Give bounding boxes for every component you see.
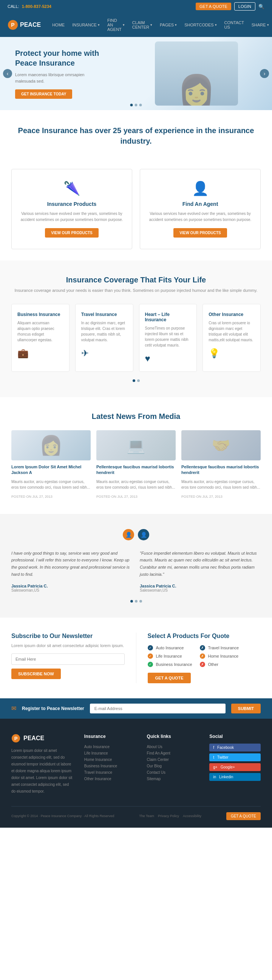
news-card-2-title[interactable]: Pellentesque faucibus maurisd lobortis h… <box>96 464 176 476</box>
social-facebook-button[interactable]: f Facebook <box>209 744 261 751</box>
hero-prev-button[interactable]: ‹ <box>3 69 12 78</box>
footer-link-accessibility[interactable]: Accessibility <box>183 814 202 818</box>
phone-info: CALL: 1-800-837-5234 <box>8 4 51 9</box>
coverage-dots <box>11 379 261 382</box>
search-icon[interactable]: 🔍 <box>258 4 264 10</box>
hero-next-button[interactable]: › <box>260 69 269 78</box>
footer-link-findagent[interactable]: Find An Agent <box>147 750 198 756</box>
nav-item-contact[interactable]: CONTACT US <box>221 15 248 35</box>
testimonial-dots <box>11 600 261 603</box>
person-icon: 👤 <box>148 181 253 196</box>
view-agent-products-button[interactable]: VIEW OUR PRODUCTS <box>173 228 227 237</box>
coverage-subtitle: Insurance coverage around your needs is … <box>11 288 261 293</box>
news-image-1: 👩 <box>11 430 91 460</box>
coverage-dot-2[interactable] <box>137 379 140 382</box>
coverage-travel-title: Travel Insurance <box>81 312 127 317</box>
hero-dot-1[interactable] <box>130 104 133 107</box>
nav-item-shortcodes[interactable]: SHORTCODES▾ <box>181 18 220 32</box>
subscribe-title: Subscribe to Our Newsletter <box>11 633 125 640</box>
subscribe-button[interactable]: SUBSCRIBE NOW <box>11 668 61 679</box>
mail-icon: ✉ <box>11 705 16 712</box>
newsletter-email-input[interactable] <box>90 703 226 713</box>
news-card-1: 👩 Lorem Ipsum Dolor Sit Amet Michel Jack… <box>11 430 91 499</box>
footer-link-travel[interactable]: Travel Insurance <box>84 769 136 776</box>
feature-cards: 🌂 Insurance Products Various services ha… <box>0 169 272 261</box>
quote-option-home[interactable]: ✗ Home Insurance <box>200 654 239 659</box>
footer-link-business[interactable]: Business Insurance <box>84 763 136 769</box>
coverage-card-travel: Travel Insurance In ac dignissim marc, e… <box>75 304 133 372</box>
nav-item-find-agent[interactable]: FIND AN AGENT▾ <box>104 13 128 37</box>
quote-option-life[interactable]: ✓ Life Insurance <box>148 654 192 659</box>
testimonial-1-author: Jassica Patricia C. <box>11 584 132 588</box>
nav-item-insurance[interactable]: INSURANCE▾ <box>68 18 104 32</box>
view-insurance-products-button[interactable]: VIEW OUR PRODUCTS <box>45 228 98 237</box>
hero-section: ‹ Protect your home with Peace Insurance… <box>0 37 272 110</box>
footer-link-about[interactable]: About Us <box>147 744 198 750</box>
footer-social-title: Social <box>209 734 261 739</box>
footer-link-contact[interactable]: Contact Us <box>147 769 198 776</box>
get-quote-button[interactable]: GET A QUOTE <box>148 673 191 683</box>
testimonial-dot-2[interactable] <box>135 600 138 603</box>
footer-grid: P PEACE Lorem ipsum dolor sit amet conse… <box>11 734 261 795</box>
nav-links: HOME INSURANCE▾ FIND AN AGENT▾ CLAIM CEN… <box>48 13 272 37</box>
chevron-down-icon: ▾ <box>150 23 152 27</box>
quote-option-business[interactable]: ✓ Business Insurance <box>148 662 192 667</box>
footer-link-privacy[interactable]: Privacy Policy <box>158 814 179 818</box>
quote-check-travel: ✗ <box>200 645 205 651</box>
testimonial-dot-1[interactable] <box>130 600 133 603</box>
coverage-travel-desc: In ac dignissim marc, eget tristique eli… <box>81 320 127 343</box>
login-button[interactable]: LOGIN <box>234 2 255 11</box>
quote-option-auto[interactable]: ✓ Auto Insurance <box>148 645 192 651</box>
footer-link-sitemap[interactable]: Sitemap <box>147 776 198 782</box>
news-card-1-title[interactable]: Lorem Ipsum Dolor Sit Amet Michel Jackso… <box>11 464 91 476</box>
chevron-down-icon: ▾ <box>215 23 217 27</box>
social-twitter-button[interactable]: t Twitter <box>209 753 261 761</box>
hero-dot-3[interactable] <box>139 104 142 107</box>
quote-option-travel[interactable]: ✗ Travel Insurance <box>200 645 239 651</box>
footer-link-blog[interactable]: Our Blog <box>147 763 198 769</box>
logo[interactable]: P PEACE <box>8 16 41 34</box>
news-card-3-title[interactable]: Pellentesque faucibus maurisd lobortis h… <box>181 464 261 476</box>
news-card-1-date: POSTED ON JUL 27, 2013 <box>11 495 53 498</box>
get-quote-top-button[interactable]: GET A QUOTE <box>196 3 231 10</box>
quote-option-other[interactable]: ✗ Other <box>200 662 239 667</box>
testimonial-icon-btn-2[interactable]: 👤 <box>138 529 149 540</box>
social-linkedin-button[interactable]: in Linkedin <box>209 773 261 781</box>
footer-link-life[interactable]: Life Insurance <box>84 750 136 756</box>
social-google-button[interactable]: g+ Google+ <box>209 763 261 771</box>
footer-link-team[interactable]: The Team <box>139 814 154 818</box>
testimonial-1-quote: I have only good things to say, service … <box>11 550 132 578</box>
feature-card-insurance-title: Insurance Products <box>19 201 124 207</box>
chevron-down-icon: ▾ <box>267 23 269 27</box>
footer-col-insurance: Insurance Auto Insurance Life Insurance … <box>84 734 136 795</box>
logo-icon: P <box>8 20 18 30</box>
nav-item-pages[interactable]: PAGES▾ <box>156 18 181 32</box>
nav-item-claim-center[interactable]: CLAIM CENTER▾ <box>128 15 156 35</box>
footer-copyright: Copyright © 2014 · Peace Insurance Compa… <box>11 814 114 818</box>
footer-get-quote-button[interactable]: GET A QUOTE <box>226 812 261 820</box>
footer-link-other[interactable]: Other Insurance <box>84 776 136 782</box>
newsletter-submit-button[interactable]: SUBMIT <box>231 703 261 713</box>
quote-option-auto-label: Auto Insurance <box>156 646 184 650</box>
newsletter-bar-text: Register to Peace Newsletter <box>22 706 84 711</box>
footer-link-auto[interactable]: Auto Insurance <box>84 744 136 750</box>
testimonial-2-author: Jassica Patricia C. <box>140 584 261 588</box>
hero-cta-button[interactable]: GET INSURANCE TODAY <box>15 89 72 99</box>
footer-link-home[interactable]: Home Insurance <box>84 756 136 763</box>
nav-item-share[interactable]: SHARE▾ <box>248 18 272 32</box>
coverage-other-title: Other Insurance <box>208 312 254 317</box>
footer-col-social: Social f Facebook t Twitter g+ Google+ i… <box>209 734 261 795</box>
subscribe-email-input[interactable] <box>11 654 125 665</box>
footer-link-claim[interactable]: Claim Center <box>147 756 198 763</box>
heart-icon: ♥ <box>145 353 191 364</box>
nav-item-home[interactable]: HOME <box>48 18 68 32</box>
coverage-dot-1[interactable] <box>133 379 135 382</box>
hero-dot-2[interactable] <box>135 104 138 107</box>
news-image-3: 🤝 <box>181 430 261 460</box>
news-laptop-icon: 💻 <box>126 430 146 460</box>
testimonial-dot-3[interactable] <box>139 600 142 603</box>
linkedin-icon: in <box>213 775 216 779</box>
testimonial-icon-btn-1[interactable]: 👤 <box>123 529 134 540</box>
news-card-3: 🤝 Pellentesque faucibus maurisd lobortis… <box>181 430 261 499</box>
coverage-life-desc: SomeTimes on purpose injected libum sit … <box>145 325 191 348</box>
